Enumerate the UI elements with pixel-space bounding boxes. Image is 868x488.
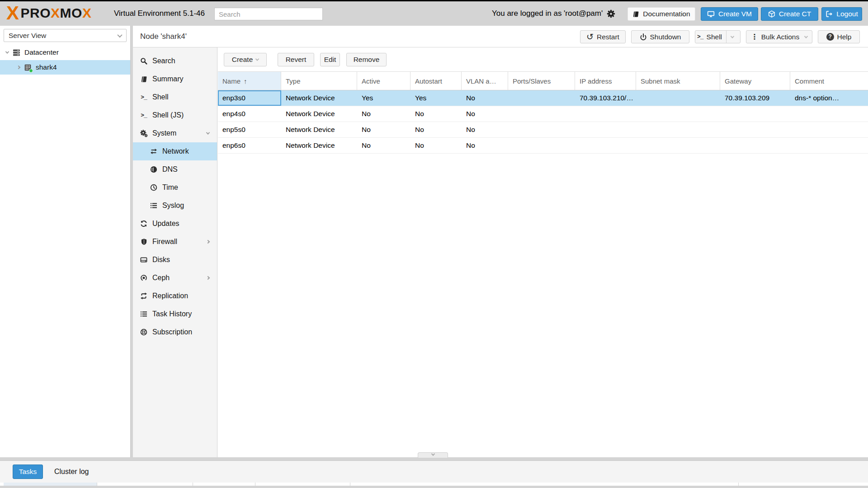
menu-item-system[interactable]: System [133,124,217,142]
create-ct-button[interactable]: Create CT [761,7,818,21]
vertical-dots-icon: ⋮ [751,34,758,40]
tree-item-datacenter[interactable]: Datacenter [0,45,130,60]
menu-item-task-history[interactable]: Task History [133,305,217,323]
revert-button[interactable]: Revert [278,53,314,66]
shell-button[interactable]: >_ Shell [695,30,741,43]
chevron-right-icon[interactable] [206,276,210,280]
shield-icon [139,238,148,245]
column-header-active[interactable]: Active [357,72,410,90]
chevron-down-icon [731,34,734,38]
grid-header-row: Name↑ Type Active Autostart VLAN a… Port… [218,71,868,90]
menu-item-dns[interactable]: DNS [133,160,217,178]
menu-item-ceph[interactable]: Ceph [133,269,217,287]
expander-icon[interactable] [17,66,20,69]
tasks-grid-header-sliver [0,483,868,486]
tasks-tab[interactable]: Tasks [13,465,43,479]
header: XPROXMOX Virtual Environment 5.1-46 You … [0,1,868,26]
monitor-icon [707,10,715,18]
global-search-input[interactable] [214,8,323,20]
login-status: You are logged in as 'root@pam' [492,1,615,26]
column-header-gateway[interactable]: Gateway [720,72,790,90]
chevron-down-icon[interactable] [206,131,210,134]
column-header-subnet-mask[interactable]: Subnet mask [636,72,720,90]
swap-arrows-icon [149,148,158,155]
tasks-col-3 [193,483,255,486]
menu-item-shell-js[interactable]: >_ Shell (JS) [133,106,217,124]
view-selector[interactable]: Server View [4,29,127,42]
ceph-icon [139,274,148,282]
column-header-ports-slaves[interactable]: Ports/Slaves [508,72,575,90]
help-icon: ? [826,33,834,41]
table-row-enp6s0[interactable]: enp6s0 Network Device No No No [218,138,868,154]
bottom-panel-collapse-handle[interactable] [418,452,448,458]
disk-icon [139,256,148,263]
menu-item-firewall[interactable]: Firewall [133,233,217,251]
create-vm-button[interactable]: Create VM [701,7,758,21]
gear-icon[interactable] [607,9,615,18]
column-header-ip-address[interactable]: IP address [575,72,636,90]
menu-item-disks[interactable]: Disks [133,251,217,269]
restart-icon: ↺ [586,33,594,41]
list-icon [139,310,148,318]
refresh-icon [139,220,148,227]
node-menu: Search Summary >_ Shell >_ Shell (JS) Sy… [133,47,217,457]
table-row-enp3s0[interactable]: enp3s0 Network Device Yes Yes No 70.39.1… [218,90,868,106]
bulk-actions-button[interactable]: ⋮ Bulk Actions [746,30,812,43]
terminal-icon: >_ [139,94,148,101]
node-panel-header: Node 'shark4' ↺ Restart Shutdown >_ Shel… [133,26,868,47]
chevron-right-icon[interactable] [206,240,210,244]
help-button[interactable]: ? Help [818,30,860,43]
column-header-name[interactable]: Name↑ [218,72,281,90]
network-interfaces-grid: Name↑ Type Active Autostart VLAN a… Port… [218,71,868,457]
replicate-icon [139,292,148,300]
menu-item-time[interactable]: Time [133,178,217,197]
column-header-vlan-aware[interactable]: VLAN a… [462,72,508,90]
logout-button[interactable]: Logout [821,7,862,21]
remove-button[interactable]: Remove [346,53,387,66]
node-online-status-dot [29,69,33,73]
column-header-type[interactable]: Type [281,72,357,90]
expander-icon[interactable] [5,50,9,53]
menu-item-search[interactable]: Search [133,52,217,70]
node-panel: Node 'shark4' ↺ Restart Shutdown >_ Shel… [133,26,868,457]
tasks-col-spacer [0,483,4,486]
page-title: Node 'shark4' [140,26,187,47]
node-icon [24,64,32,71]
terminal-icon: >_ [139,112,148,119]
chevron-down-icon [255,57,259,61]
terminal-icon: >_ [697,33,703,40]
tasks-col-5 [350,483,739,486]
proxmox-app: XPROXMOX Virtual Environment 5.1-46 You … [0,0,868,488]
shell-dropdown-arrow[interactable] [726,31,738,43]
table-row-enp4s0[interactable]: enp4s0 Network Device No No No [218,106,868,122]
documentation-button[interactable]: Documentation [627,7,695,21]
menu-item-updates[interactable]: Updates [133,215,217,233]
product-version: Virtual Environment 5.1-46 [114,9,205,18]
restart-button[interactable]: ↺ Restart [580,30,626,43]
sort-asc-icon: ↑ [244,77,247,85]
menu-item-shell[interactable]: >_ Shell [133,88,217,106]
chevron-down-icon [804,34,808,38]
tree-item-shark4[interactable]: shark4 [0,60,130,75]
menu-item-syslog[interactable]: Syslog [133,197,217,215]
column-header-comment[interactable]: Comment [790,72,868,90]
cluster-log-tab[interactable]: Cluster log [54,461,89,483]
globe-icon [149,166,158,173]
edit-button[interactable]: Edit [320,53,340,66]
bottom-bar: Tasks Cluster log [0,460,868,483]
menu-item-replication[interactable]: Replication [133,287,217,305]
network-content: Create Revert Edit Remove Name↑ Type Act… [218,47,868,457]
sign-out-icon [826,10,833,18]
shutdown-button[interactable]: Shutdown [631,30,689,43]
column-header-autostart[interactable]: Autostart [410,72,462,90]
menu-item-summary[interactable]: Summary [133,70,217,88]
table-row-enp5s0[interactable]: enp5s0 Network Device No No No [218,122,868,138]
book-icon [139,76,148,83]
cube-icon [768,10,775,18]
create-button[interactable]: Create [224,53,267,66]
tasks-col-4 [255,483,350,486]
menu-item-network[interactable]: Network [133,142,217,160]
server-stack-icon [13,49,20,56]
search-icon [139,57,148,65]
menu-item-subscription[interactable]: Subscription [133,323,217,341]
